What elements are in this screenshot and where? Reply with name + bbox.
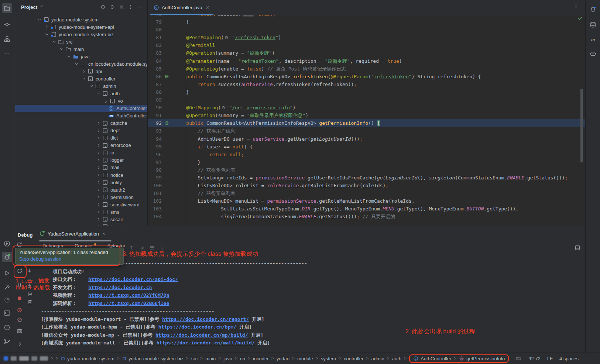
tree-item-main[interactable]: main [15,45,147,53]
chevron-right-icon[interactable] [96,142,102,148]
console-link[interactable]: https://doc.iocoder.cn/api-doc/ [88,277,178,282]
line-number[interactable]: 89 [148,96,163,104]
swap-icon[interactable] [109,4,115,10]
chevron-down-icon[interactable] [96,90,102,96]
printer-button[interactable] [27,291,33,297]
chevron-right-icon[interactable] [96,120,102,126]
breadcrumb-module[interactable]: module [297,356,313,361]
maven-tool-button[interactable]: m [588,34,598,45]
run-tool-button[interactable] [2,268,12,278]
line-number[interactable]: 98 [148,166,163,174]
breadcrumb-java[interactable]: java [223,356,232,361]
breadcrumb-yudao-module-system-biz[interactable]: yudao-module-system-biz [122,356,184,361]
console-link[interactable]: https://doc.iocoder.cn/bpm/ [158,324,236,330]
line-number[interactable]: 78 [148,15,163,18]
chevron-down-icon[interactable] [44,31,50,37]
line-number[interactable]: 85 [148,65,163,73]
chevron-down-icon[interactable] [66,54,72,59]
commit-tool-button[interactable] [2,19,12,30]
indent-setting[interactable]: 4 spaces [559,356,579,361]
console-link[interactable]: https://doc.iocoder.cn/mall/build/ [157,340,255,346]
tree-item-auth[interactable]: auth [15,90,147,97]
terminal-tool-button[interactable] [2,308,12,318]
breadcrumb-controller[interactable]: controller [344,356,363,361]
chevron-down-icon[interactable] [39,4,44,10]
stop-button[interactable] [17,295,23,301]
line-number[interactable]: 103 [148,205,163,213]
line-number[interactable]: 83 [148,49,163,57]
api-endpoint-gutter-icon[interactable] [163,119,170,127]
tree-item-logger[interactable]: logger [15,157,147,164]
chevron-right-icon[interactable] [96,179,102,185]
chevron-right-icon[interactable] [96,128,102,134]
breadcrumb-main[interactable]: main [205,356,216,361]
tree-item-controller[interactable]: controller [15,75,147,82]
line-number[interactable]: 99 [148,174,163,182]
line-number[interactable]: 80 [148,26,163,34]
globe-inlay-icon[interactable]: ˇ [221,104,228,112]
chevron-down-icon[interactable] [51,39,57,45]
kebab-icon[interactable] [128,4,134,10]
editor-kebab-icon[interactable] [573,4,579,10]
chevron-right-icon[interactable] [96,150,102,156]
chevron-down-icon[interactable] [88,83,94,89]
close-icon[interactable] [102,231,106,236]
mute-breakpoints-button[interactable] [17,307,23,313]
tree-item-sensitiveword[interactable]: sensitiveword [15,201,147,208]
debug-console-output[interactable]: ----------------------------------------… [35,260,582,347]
tree-item-socail[interactable]: socail [15,216,147,223]
tree-item-dept[interactable]: dept [15,127,147,134]
line-number[interactable]: 88 [148,88,163,96]
tree-item-yudao-module-system[interactable]: yudao-module-system [15,16,147,23]
line-number[interactable]: 102 [148,197,163,205]
debug-session-tab[interactable]: YudaoServerApplication [39,231,106,237]
trash-button[interactable] [27,299,33,305]
tree-item-notice[interactable]: notice [15,171,147,179]
notifications-tool-button[interactable] [588,4,598,15]
structure-tool-button[interactable] [2,34,12,44]
database-tool-button[interactable] [588,20,598,30]
chevron-right-icon[interactable] [96,165,102,171]
tree-item-notify[interactable]: notify [15,179,147,186]
chevron-down-icon[interactable] [37,17,42,23]
tree-item-cn-iocoder-yudao-module-system[interactable]: cn.iocoder.yudao.module.system [15,60,147,68]
project-tool-button[interactable] [2,3,12,13]
tree-item-yudao-module-system-biz[interactable]: yudao-module-system-biz [15,31,147,38]
code-area[interactable]: 78 return success(data: true);79 }8081 @… [148,15,585,226]
profiler-tool-button[interactable] [2,295,12,305]
line-number[interactable]: 90 [148,104,163,111]
tree-item-errorcode[interactable]: errorcode [15,142,147,149]
code-editor[interactable]: C AuthController.java 78 return success(… [148,0,585,226]
problems-tool-button[interactable] [2,322,12,333]
console-link[interactable]: https://doc.iocoder.cn/mp/build/ [155,332,248,338]
line-number[interactable]: 95 [148,143,163,151]
line-number[interactable]: 81 [148,34,163,41]
line-number[interactable]: 84 [148,57,163,65]
gradle-tool-button[interactable] [588,48,598,59]
chevron-down-icon[interactable] [81,76,87,82]
tree-item-yudao-module-system-api[interactable]: yudao-module-system-api [15,23,147,31]
console-link[interactable]: https://doc.iocoder.cn [88,285,152,290]
breadcrumb-authcontroller[interactable]: CAuthController [413,356,451,361]
line-number[interactable]: 91 [148,111,163,119]
tree-item-api[interactable]: api [15,68,147,75]
tree-item-src[interactable]: src [15,38,147,45]
tree-item-authcontroller[interactable]: CAuthController [15,105,147,112]
slash-button[interactable] [17,317,23,323]
console-link[interactable]: https://t.zsxq.com/02Yf6M7Qn [88,292,169,298]
editor-tab-authcontroller[interactable]: C AuthController.java [150,0,213,15]
build-tool-button[interactable] [2,282,12,292]
project-panel-title[interactable]: Project [21,4,37,10]
tree-item-java[interactable]: java [15,53,147,60]
chevron-right-icon[interactable] [96,216,102,222]
line-number[interactable]: 101 [148,189,163,197]
line-number[interactable]: 94 [148,135,163,143]
console-link[interactable]: https://doc.iocoder.cn/report/ [162,316,249,322]
chevron-right-button[interactable] [17,341,23,347]
tree-item-dict[interactable]: dict [15,134,147,142]
tree-item-oauth2[interactable]: oauth2 [15,186,147,193]
chevron-right-icon[interactable] [81,68,87,74]
line-number[interactable]: 93 [148,127,163,135]
tree-item-authcontroller-http[interactable]: APIAuthController.http [15,112,147,120]
tree-item-sms[interactable]: sms [15,208,147,216]
